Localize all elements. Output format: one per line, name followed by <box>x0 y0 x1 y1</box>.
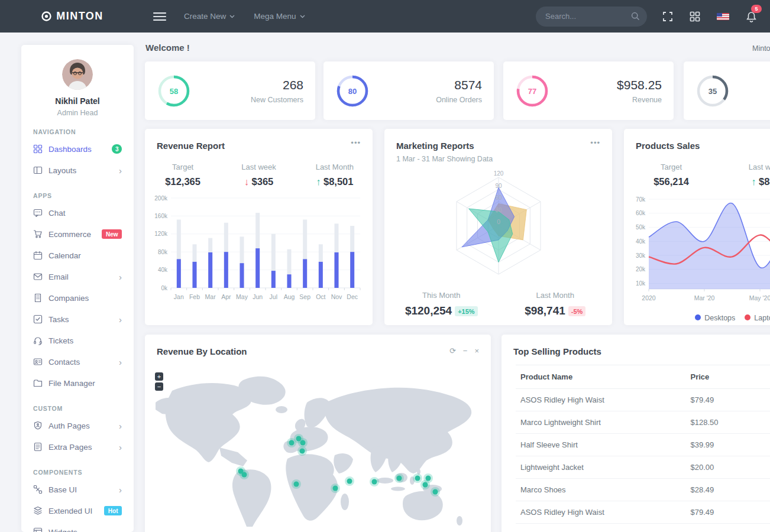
products-mini-stats: Target$56,214Last week↑ $840 <box>624 163 770 187</box>
stat-value: 268 <box>251 78 303 92</box>
table-row: Lightweight Jacket$20.00184 <box>516 456 770 479</box>
svg-text:Apr: Apr <box>221 293 231 300</box>
app-logo[interactable]: MINTON <box>0 10 145 22</box>
sidebar-item-extra-pages[interactable]: Extra Pages› <box>21 436 134 458</box>
marketing-radar-chart: 0306090120 <box>384 164 612 288</box>
chart-legend: DesktopsLaptops <box>624 314 770 322</box>
folder-icon <box>33 378 43 388</box>
notification-count-badge: 5 <box>751 5 762 13</box>
sidebar-item-extended-ui[interactable]: Extended UIHot <box>21 500 134 521</box>
card-menu-button[interactable]: ••• <box>351 141 361 145</box>
notifications-button[interactable]: 5 <box>737 0 765 33</box>
sidebar-item-layouts[interactable]: Layouts› <box>21 160 134 181</box>
sidebar-item-calendar[interactable]: Calendar <box>21 245 134 266</box>
card-title: Products Sales <box>636 141 700 151</box>
table-row: Marco Shoes$28.4969 <box>516 479 770 501</box>
sidebar-item-dashboards[interactable]: Dashboards3 <box>21 138 134 160</box>
sidebar-item-label: Widgets <box>48 528 77 532</box>
sidebar-item-label: Base UI <box>48 485 77 494</box>
world-map[interactable] <box>154 373 481 530</box>
file-icon <box>33 442 43 452</box>
chevron-right-icon: › <box>119 166 122 175</box>
svg-text:60k: 60k <box>636 210 646 216</box>
sidebar-nav: NAVIGATIONDashboards3Layouts›APPSChatEco… <box>21 117 134 532</box>
create-new-menu[interactable]: Create New <box>174 0 244 33</box>
collapse-icon[interactable]: − <box>463 346 468 355</box>
map-zoom-in-button[interactable]: + <box>155 372 163 381</box>
svg-text:60: 60 <box>495 194 502 201</box>
svg-text:Mar '20: Mar '20 <box>694 294 715 301</box>
sidebar-item-email[interactable]: Email› <box>21 266 134 287</box>
apps-grid-button[interactable] <box>681 0 708 33</box>
search-icon <box>631 12 640 21</box>
sidebar-item-contacts[interactable]: Contacts› <box>21 351 134 372</box>
fullscreen-icon <box>662 11 673 22</box>
cart-icon <box>33 229 43 239</box>
legend-item[interactable]: Laptops <box>745 314 770 322</box>
chevron-down-icon <box>300 15 305 18</box>
search-box <box>536 7 647 27</box>
nav-section-label: CUSTOM <box>21 394 134 415</box>
sidebar-item-file-manager[interactable]: File Manager <box>21 372 134 394</box>
svg-text:0k: 0k <box>161 285 168 291</box>
sidebar-item-label: Dashboards <box>48 145 92 154</box>
logo-icon <box>41 11 51 21</box>
sidebar-item-auth-pages[interactable]: Auth Pages› <box>21 415 134 436</box>
sidebar-badge: 3 <box>112 144 122 154</box>
mega-menu[interactable]: Mega Menu <box>244 0 314 33</box>
progress-circle: 80 <box>335 74 370 108</box>
svg-text:Aug: Aug <box>284 293 295 300</box>
legend-item[interactable]: Desktops <box>695 314 735 322</box>
map-zoom-out-button[interactable]: − <box>155 382 163 391</box>
mini-stat: This Month$120,254+15% <box>384 291 499 317</box>
sidebar-item-label: Layouts <box>48 166 76 175</box>
sidebar-item-base-ui[interactable]: Base UI› <box>21 479 134 500</box>
sidebar-item-label: Calendar <box>48 251 81 260</box>
sidebar-item-label: Chat <box>48 209 66 218</box>
sidebar-item-chat[interactable]: Chat <box>21 202 134 223</box>
products-area-chart: 10k20k30k40k50k60k70k2020Mar '20May '20J… <box>630 194 770 313</box>
us-flag-icon <box>717 13 729 20</box>
top-selling-products-card: Top Selling Products Product NamePriceQu… <box>502 335 770 532</box>
chevron-right-icon: › <box>119 421 122 430</box>
revenue-by-location-card: Revenue By Location ⟳ − × + − <box>145 335 491 532</box>
card-title: Revenue Report <box>157 141 225 151</box>
main-content: Welcome ! Minton 58268New Customers80857… <box>145 33 770 532</box>
language-flag-button[interactable] <box>708 0 737 33</box>
apps-grid-icon <box>690 11 700 22</box>
sidebar-item-label: Ecommerce <box>48 230 91 239</box>
sidebar-item-companies[interactable]: Companies <box>21 287 134 309</box>
table-row: Marco Lightweight Shirt$128.5037 <box>516 411 770 434</box>
svg-text:120: 120 <box>493 170 503 177</box>
menu-toggle-button[interactable] <box>145 0 174 33</box>
sidebar-item-widgets[interactable]: Widgets <box>21 521 134 532</box>
nav-section-label: NAVIGATION <box>21 117 134 138</box>
sidebar-item-tickets[interactable]: Tickets <box>21 330 134 351</box>
svg-text:58: 58 <box>170 86 178 95</box>
mini-stat: Last Month↑ $8,501 <box>297 163 373 187</box>
tools-icon <box>33 485 43 494</box>
chevron-right-icon: › <box>119 315 122 324</box>
sidebar-item-tasks[interactable]: Tasks› <box>21 309 134 330</box>
mini-stat: Target$12,365 <box>145 163 221 187</box>
marketing-footer-stats: This Month$120,254+15%Last Month$98,741-… <box>384 291 612 317</box>
svg-text:Sep: Sep <box>299 293 310 300</box>
nav-section-label: COMPONENTS <box>21 458 134 479</box>
nav-section-label: APPS <box>21 181 134 202</box>
refresh-icon[interactable]: ⟳ <box>449 346 456 355</box>
close-icon[interactable]: × <box>474 346 479 355</box>
hamburger-icon <box>153 12 166 21</box>
mini-stat: Target$56,214 <box>624 163 719 187</box>
fullscreen-button[interactable] <box>654 0 681 33</box>
stat-value: 8574 <box>436 78 482 92</box>
layout-icon <box>33 166 43 175</box>
chat-icon <box>33 208 43 218</box>
progress-circle: 35 <box>695 74 730 108</box>
search-input[interactable] <box>536 7 647 27</box>
avatar[interactable] <box>62 59 93 90</box>
sidebar-item-ecommerce[interactable]: EcommerceNew <box>21 223 134 245</box>
card-menu-button[interactable]: ••• <box>590 141 600 145</box>
sidebar-item-label: Email <box>48 273 69 281</box>
chevron-right-icon: › <box>119 273 122 281</box>
sidebar-item-label: Contacts <box>48 358 80 366</box>
